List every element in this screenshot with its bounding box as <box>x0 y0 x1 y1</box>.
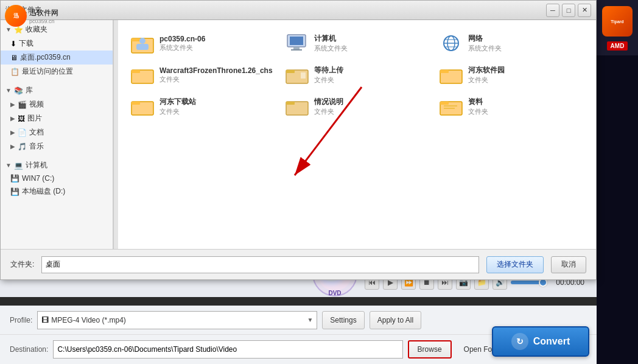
app-logo: Tipard <box>602 6 633 37</box>
browse-btn[interactable]: Browse <box>408 340 452 359</box>
dialog-body: ▼ ⭐ 收藏夹 ⬇ 下载 🖥 桌面.pc0359.cn 📋 最近访问的位置 <box>1 20 596 249</box>
drive-icon2: 💾 <box>10 187 19 196</box>
dialog-close-btn[interactable]: ✕ <box>578 4 591 17</box>
file-info: Warcraft3FrozenThrone1.26_chs 文件夹 <box>160 66 273 84</box>
file-info: 河东下载站 文件夹 <box>160 97 196 116</box>
svg-rect-17 <box>301 72 306 79</box>
profile-icon: 🎞 <box>41 316 49 324</box>
profile-select-text: MPEG-4 Video (*.mp4) <box>51 316 307 324</box>
file-item-hedong-download[interactable]: 河东下载站 文件夹 <box>128 93 278 120</box>
watermark-text-block: 迅软件网 pc0359.cn <box>29 8 58 24</box>
library-icon: 📚 <box>14 86 23 95</box>
file-grid: pc0359.cn-06 系统文件夹 计算机 系统文件夹 <box>118 20 596 130</box>
convert-icon: ↻ <box>511 333 528 350</box>
right-panel: Tipard AMD <box>597 0 638 364</box>
svg-rect-19 <box>440 70 449 73</box>
tree-item-computer[interactable]: ▼ 💻 计算机 <box>1 158 113 172</box>
file-info: 等待上传 文件夹 <box>314 65 343 85</box>
folder-icon2 <box>439 64 463 86</box>
svg-rect-7 <box>291 49 302 51</box>
convert-button[interactable]: ↻ Convert <box>492 326 589 357</box>
dialog-path-bar: 文件夹: 选择文件夹 取消 <box>1 249 596 279</box>
cancel-btn[interactable]: 取消 <box>551 256 586 273</box>
file-item-hedong-software[interactable]: 河东软件园 文件夹 <box>436 61 586 88</box>
file-info: 资料 文件夹 <box>468 97 488 116</box>
profile-label: Profile: <box>10 316 32 324</box>
expand-icon: ▶ <box>10 115 15 122</box>
expand-icon: ▶ <box>10 101 15 108</box>
svg-rect-25 <box>440 102 449 105</box>
docs-icon: 📄 <box>18 128 27 137</box>
svg-rect-6 <box>293 47 300 49</box>
tree-scrollbar <box>113 20 118 249</box>
profile-select[interactable]: 🎞 MPEG-4 Video (*.mp4) ▼ <box>37 311 317 329</box>
convert-label: Convert <box>533 336 570 347</box>
file-item-upload[interactable]: 等待上传 文件夹 <box>282 61 432 88</box>
recent-icon: 📋 <box>10 68 19 76</box>
dialog-controls: ─ □ ✕ <box>546 4 591 17</box>
tree-item-recent[interactable]: 📋 最近访问的位置 <box>1 65 113 79</box>
tree-item-downloads[interactable]: ⬇ 下载 <box>1 37 113 51</box>
svg-rect-1 <box>131 38 140 41</box>
watermark-logo-text: 迅 <box>13 12 19 20</box>
file-item-data[interactable]: 资料 文件夹 <box>436 93 586 120</box>
tree-item-docs[interactable]: ▶ 📄 文档 <box>1 125 113 139</box>
tree-section: ▼ ⭐ 收藏夹 ⬇ 下载 🖥 桌面.pc0359.cn 📋 最近访问的位置 <box>1 20 118 249</box>
expand-icon: ▼ <box>5 26 12 33</box>
file-item-pc0359[interactable]: pc0359.cn-06 系统文件夹 <box>128 30 278 57</box>
svg-text:DVD: DVD <box>328 290 341 296</box>
music-icon: 🎵 <box>18 142 27 151</box>
svg-rect-23 <box>286 102 295 105</box>
dest-input[interactable] <box>53 340 402 359</box>
dialog-maximize-btn[interactable]: □ <box>562 4 575 17</box>
drive-icon: 💾 <box>10 174 19 183</box>
watermark: 迅 迅软件网 pc0359.cn <box>5 5 58 27</box>
folder2-icon <box>285 64 309 86</box>
settings-btn[interactable]: Settings <box>322 311 364 329</box>
chevron-down-icon: ▼ <box>307 317 313 323</box>
file-item-warcraft[interactable]: Warcraft3FrozenThrone1.26_chs 文件夹 <box>128 61 278 88</box>
tree-item-local[interactable]: 💾 本地磁盘 (D:) <box>1 184 113 198</box>
computer-folder-icon <box>285 32 309 54</box>
watermark-sub: pc0359.cn <box>29 18 58 24</box>
right-panel-dark-area <box>597 55 638 364</box>
video-icon: 🎬 <box>18 100 27 109</box>
folder-icon3 <box>130 96 155 117</box>
apply-all-btn[interactable]: Apply to All <box>370 311 421 329</box>
file-item-computer[interactable]: 计算机 系统文件夹 <box>282 30 432 57</box>
svg-rect-5 <box>290 37 303 45</box>
user-folder-icon <box>130 32 155 54</box>
images-icon: 🖼 <box>18 114 25 123</box>
file-info: pc0359.cn-06 系统文件夹 <box>160 35 205 52</box>
file-item-network[interactable]: 网络 系统文件夹 <box>436 30 586 57</box>
path-input[interactable] <box>41 256 479 273</box>
folder-icon4 <box>285 96 309 117</box>
svg-rect-26 <box>444 105 457 107</box>
volume-slider[interactable] <box>511 281 547 284</box>
file-info: 计算机 系统文件夹 <box>314 33 348 53</box>
svg-rect-3 <box>136 44 149 50</box>
folder-icon <box>130 64 155 86</box>
computer-icon: 💻 <box>14 161 23 170</box>
svg-rect-16 <box>286 70 295 73</box>
folder-icon5 <box>439 96 463 117</box>
tree-item-video[interactable]: ▶ 🎬 视频 <box>1 97 113 111</box>
file-browser: pc0359.cn-06 系统文件夹 计算机 系统文件夹 <box>118 20 596 249</box>
file-item-situation[interactable]: 情况说明 文件夹 <box>282 93 432 120</box>
select-folder-btn[interactable]: 选择文件夹 <box>486 256 544 273</box>
tree-item-desktop[interactable]: 🖥 桌面.pc0359.cn <box>1 51 113 65</box>
tree-item-music[interactable]: ▶ 🎵 音乐 <box>1 139 113 153</box>
watermark-main: 迅软件网 <box>29 8 58 18</box>
tree-item-win7[interactable]: 💾 WIN7 (C:) <box>1 172 113 184</box>
svg-rect-14 <box>131 70 140 73</box>
expand-icon: ▶ <box>10 129 15 136</box>
dialog-minimize-btn[interactable]: ─ <box>546 4 559 17</box>
svg-rect-21 <box>131 102 140 105</box>
dest-label: Destination: <box>10 345 48 354</box>
tree-item-images[interactable]: ▶ 🖼 图片 <box>1 111 113 125</box>
file-browse-dialog: 浏览文件夹 ─ □ ✕ ▼ ⭐ 收藏夹 ⬇ 下载 🖥 <box>0 0 597 280</box>
svg-point-2 <box>139 38 145 44</box>
tree-item-library[interactable]: ▼ 📚 库 <box>1 83 113 97</box>
file-info: 河东软件园 文件夹 <box>468 65 505 85</box>
file-info: 网络 系统文件夹 <box>468 33 502 53</box>
